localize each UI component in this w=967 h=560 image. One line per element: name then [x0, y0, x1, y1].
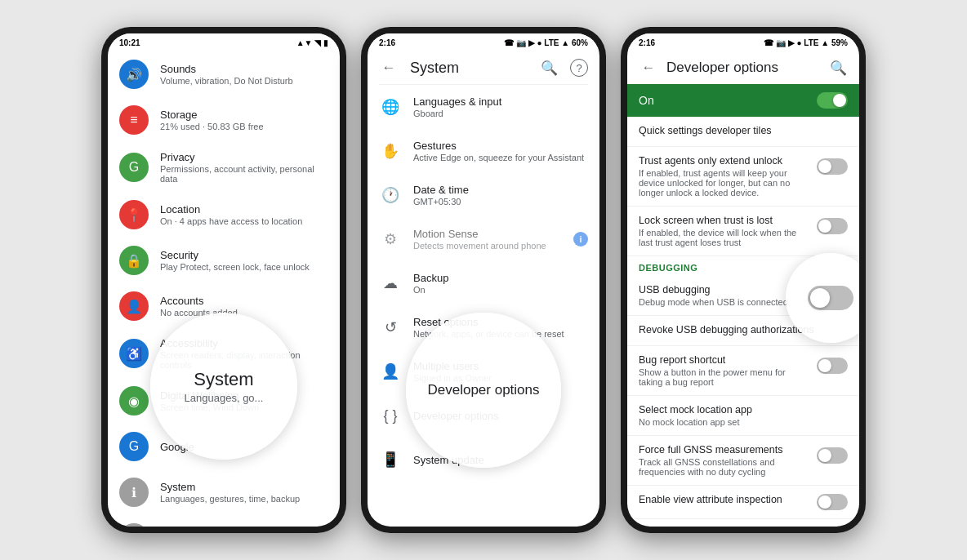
back-button-3[interactable]: ←: [639, 58, 658, 78]
search-button-2[interactable]: 🔍: [539, 58, 559, 78]
accessibility-icon: ♿: [119, 339, 149, 368]
languages-icon: 🌐: [379, 96, 402, 118]
phone3-status-icons: ☎ 📷 ▶ ● LTE ▲ 59%: [764, 38, 848, 47]
status-time-3: 2:16: [639, 38, 655, 47]
bugreport-toggle[interactable]: [817, 358, 848, 374]
system-item-backup[interactable]: ☁ Backup On: [368, 261, 599, 305]
on-label: On: [639, 94, 654, 107]
about-icon: 📱: [119, 523, 149, 527]
sounds-title: Sounds: [160, 63, 328, 75]
status-bar-3: 2:16 ☎ 📷 ▶ ● LTE ▲ 59%: [627, 33, 859, 51]
system-item-motion[interactable]: ⚙ Motion Sense Detects movement around p…: [368, 217, 599, 261]
dev-item-viewattribute[interactable]: Enable view attribute inspection: [627, 486, 859, 519]
sounds-subtitle: Volume, vibration, Do Not Disturb: [160, 76, 328, 86]
accounts-icon: 👤: [119, 291, 149, 321]
phone-2: 2:16 ☎ 📷 ▶ ● LTE ▲ 60% ← System 🔍 ? 🌐 La…: [361, 27, 606, 533]
back-button-2[interactable]: ←: [379, 58, 399, 78]
sounds-text: Sounds Volume, vibration, Do Not Disturb: [160, 63, 328, 86]
dev-item-usb-debugging[interactable]: USB debugging Debug mode when USB is con…: [627, 276, 859, 316]
circle-main-text: System: [194, 369, 253, 390]
search-button-3[interactable]: 🔍: [828, 58, 848, 78]
devmenu-icon: { }: [379, 404, 402, 427]
location-icon: 📍: [119, 200, 149, 229]
dev-item-gnss[interactable]: Force full GNSS measurements Track all G…: [627, 436, 859, 486]
settings-item-privacy[interactable]: G Privacy Permissions, account activity,…: [108, 143, 340, 192]
storage-text: Storage 21% used · 50.83 GB free: [160, 109, 328, 131]
dev-options-header: ← Developer options 🔍: [627, 51, 859, 84]
status-bar-1: 10:21 ▲▼ ◥ ▮: [108, 33, 340, 51]
help-button-2[interactable]: ?: [570, 59, 588, 77]
usb-large-toggle[interactable]: [808, 286, 853, 310]
status-bar-2: 2:16 ☎ 📷 ▶ ● LTE ▲ 60%: [368, 33, 599, 51]
motion-icon: ⚙: [379, 228, 402, 251]
status-time-1: 10:21: [119, 38, 140, 47]
viewattribute-toggle[interactable]: [817, 494, 848, 510]
system-icon: ℹ: [119, 478, 149, 507]
settings-item-location[interactable]: 📍 Location On · 4 apps have access to lo…: [108, 192, 340, 238]
trust-agents-toggle[interactable]: [817, 158, 848, 175]
phone-2-screen: 2:16 ☎ 📷 ▶ ● LTE ▲ 60% ← System 🔍 ? 🌐 La…: [368, 33, 599, 527]
circle-sub-text: Languages, go...: [185, 392, 264, 404]
status-right-3: ☎ 📷 ▶ ● LTE ▲ 59%: [764, 38, 848, 47]
system-item-datetime[interactable]: 🕐 Date & time GMT+05:30: [368, 173, 599, 217]
digital-wellbeing-icon: ◉: [119, 386, 149, 416]
reset-icon: ↺: [379, 316, 402, 339]
dev-item-trustagents[interactable]: Trust agents only extend unlock If enabl…: [627, 147, 859, 207]
phone-3: 2:16 ☎ 📷 ▶ ● LTE ▲ 59% ← Developer optio…: [621, 27, 866, 533]
settings-item-security[interactable]: 🔒 Security Play Protect, screen lock, fa…: [108, 238, 340, 283]
dev-item-mocklocation[interactable]: Select mock location app No mock locatio…: [627, 396, 859, 436]
dev-item-quicksettings[interactable]: Quick settings developer tiles: [627, 117, 859, 147]
developer-on-bar: On: [627, 84, 859, 117]
dev-item-debugapp[interactable]: Select debug app: [627, 519, 859, 527]
system-item-languages[interactable]: 🌐 Languages & input Gboard: [368, 85, 599, 129]
status-icons-1: ▲▼ ◥ ▮: [296, 38, 328, 47]
gnss-toggle[interactable]: [817, 447, 848, 464]
system-header: ← System 🔍 ?: [368, 51, 599, 84]
header-icons-2: 🔍 ?: [539, 58, 588, 78]
dev-item-bugreport[interactable]: Bug report shortcut Show a button in the…: [627, 346, 859, 396]
status-right-1: ▲▼ ◥ ▮: [296, 38, 328, 47]
motion-badge: i: [573, 232, 588, 247]
settings-item-sounds[interactable]: 🔊 Sounds Volume, vibration, Do Not Distu…: [108, 51, 340, 97]
datetime-icon: 🕐: [379, 184, 402, 207]
status-time-2: 2:16: [379, 38, 395, 47]
gestures-icon: ✋: [379, 140, 402, 162]
dev-options-circle-overlay: Developer options: [406, 313, 561, 468]
system-title: System: [410, 60, 528, 77]
security-icon: 🔒: [119, 246, 149, 275]
settings-item-system[interactable]: ℹ System Languages, gestures, time, back…: [108, 469, 340, 515]
phone2-status-icons: ☎ 📷 ▶ ● LTE ▲ 60%: [504, 38, 588, 47]
system-circle-overlay: System Languages, go...: [150, 313, 297, 460]
settings-item-about[interactable]: 📱 About phone Pixel 4 XL: [108, 515, 340, 527]
developer-toggle[interactable]: [817, 92, 848, 109]
dev-circle-text: Developer options: [427, 382, 539, 398]
privacy-icon: G: [119, 153, 149, 182]
sysupdate-icon: 📱: [379, 448, 402, 471]
system-item-gestures[interactable]: ✋ Gestures Active Edge on, squeeze for y…: [368, 129, 599, 173]
lockscreen-toggle[interactable]: [817, 218, 848, 234]
dev-item-lockscreen[interactable]: Lock screen when trust is lost If enable…: [627, 207, 859, 256]
sounds-icon: 🔊: [119, 60, 149, 89]
settings-item-storage[interactable]: ≡ Storage 21% used · 50.83 GB free: [108, 97, 340, 143]
backup-icon: ☁: [379, 272, 402, 295]
phone-1-screen: 10:21 ▲▼ ◥ ▮ 🔊 Sounds Volume, vibration,…: [108, 33, 340, 527]
phone-3-screen: 2:16 ☎ 📷 ▶ ● LTE ▲ 59% ← Developer optio…: [627, 33, 859, 527]
storage-icon: ≡: [119, 105, 149, 135]
developer-options-list: Quick settings developer tiles Trust age…: [627, 117, 859, 527]
phone-1: 10:21 ▲▼ ◥ ▮ 🔊 Sounds Volume, vibration,…: [101, 27, 346, 533]
status-right-2: ☎ 📷 ▶ ● LTE ▲ 60%: [504, 38, 588, 47]
multiuser-icon: 👤: [379, 360, 402, 383]
google-icon: G: [119, 432, 149, 461]
dev-options-title: Developer options: [666, 60, 820, 76]
